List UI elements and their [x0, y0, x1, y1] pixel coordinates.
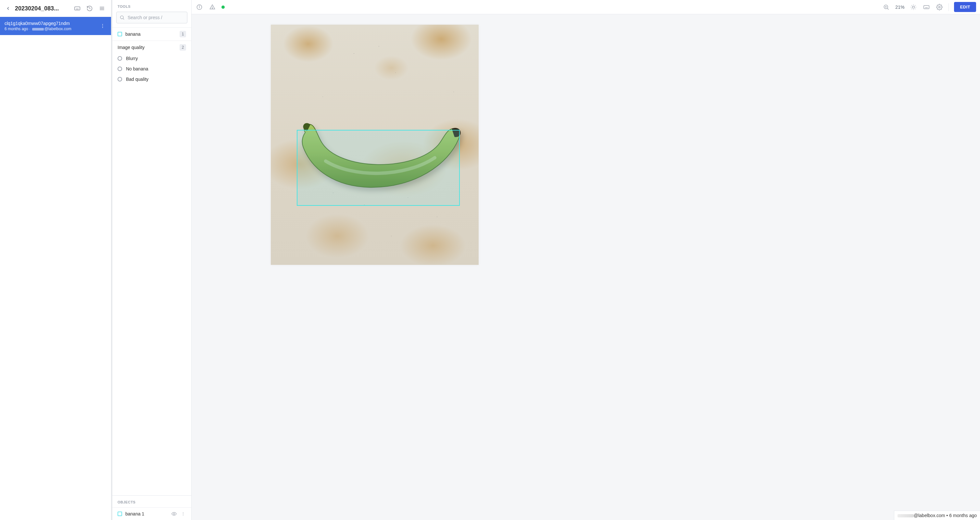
eye-icon — [172, 511, 177, 517]
option-label: No banana — [126, 66, 148, 72]
footer-time: 6 months ago — [949, 513, 977, 518]
label-meta-sep: · — [28, 27, 32, 31]
svg-point-19 — [183, 515, 183, 515]
svg-line-7 — [90, 8, 91, 9]
tools-panel: TOOLS banana 1 Image quality 2 Blurry No — [112, 0, 192, 520]
label-list-item[interactable]: clq1g1qka0mww07apgeg71ndm 6 months ago ·… — [0, 17, 111, 35]
topbar-left — [196, 3, 225, 11]
object-name: banana 1 — [125, 511, 168, 517]
canvas[interactable]: @labelbox.com • 6 months ago — [192, 14, 980, 520]
objects-header: OBJECTS — [112, 496, 191, 507]
menu-icon — [99, 5, 105, 12]
svg-line-33 — [915, 8, 915, 9]
object-actions — [171, 511, 186, 517]
info-icon — [196, 4, 203, 10]
classification-header: Image quality 2 — [118, 44, 186, 51]
svg-point-22 — [199, 6, 199, 6]
zoom-in-icon — [883, 4, 889, 10]
svg-point-29 — [912, 6, 915, 8]
svg-rect-0 — [75, 7, 80, 10]
svg-point-18 — [183, 514, 183, 514]
svg-point-44 — [939, 6, 940, 8]
object-visibility-toggle[interactable] — [171, 511, 177, 517]
option-label: Blurry — [126, 56, 138, 61]
footer-credit: @labelbox.com • 6 months ago — [894, 510, 980, 520]
tool-banana[interactable]: banana 1 — [112, 27, 191, 41]
back-button[interactable] — [5, 5, 12, 12]
topbar-divider — [948, 3, 949, 11]
radio-icon — [118, 77, 122, 81]
keyboard-shortcuts-button[interactable] — [73, 4, 82, 13]
object-menu-button[interactable] — [180, 511, 186, 517]
svg-line-32 — [912, 5, 912, 6]
chevron-left-icon — [6, 6, 11, 11]
tool-name: banana — [125, 32, 176, 37]
svg-line-36 — [912, 8, 912, 9]
left-sidebar-header: 20230204_083... — [0, 0, 111, 17]
classification-title: Image quality — [118, 45, 145, 50]
gear-icon — [936, 4, 943, 10]
tools-search-input[interactable] — [116, 12, 187, 23]
svg-point-12 — [102, 25, 103, 26]
menu-button[interactable] — [97, 4, 107, 13]
footer-user-suffix: @labelbox.com — [914, 513, 945, 518]
tools-header: TOOLS — [112, 0, 191, 12]
status-dot — [221, 6, 225, 9]
more-vertical-icon — [100, 23, 105, 29]
edit-button[interactable]: EDIT — [954, 2, 976, 12]
brightness-icon — [910, 4, 917, 10]
keyboard-icon — [923, 4, 930, 10]
history-button[interactable] — [85, 4, 94, 13]
object-banana-1[interactable]: banana 1 — [112, 507, 191, 520]
footer-user-redacted — [897, 514, 914, 517]
annotation-bbox-banana-1[interactable] — [297, 130, 460, 206]
svg-line-37 — [915, 5, 915, 6]
tools-panel-spacer — [112, 87, 191, 495]
search-icon — [119, 15, 125, 20]
label-meta: 6 months ago · @labelbox.com — [5, 27, 99, 31]
svg-point-17 — [183, 512, 183, 513]
objects-section: OBJECTS banana 1 — [112, 495, 191, 520]
canvas-area: 21% EDIT — [192, 0, 980, 520]
info-button[interactable] — [196, 3, 203, 11]
object-swatch — [118, 512, 122, 516]
label-meta-user-redacted — [32, 28, 44, 30]
topbar: 21% EDIT — [192, 0, 980, 14]
zoom-level: 21% — [895, 5, 904, 10]
tool-shortcut: 1 — [180, 31, 186, 37]
label-item-menu-button[interactable] — [99, 22, 107, 30]
classification-option-bad-quality[interactable]: Bad quality — [118, 74, 186, 84]
left-sidebar: 20230204_083... clq1g1qka0mww07apgeg71nd… — [0, 0, 112, 520]
svg-point-16 — [173, 513, 175, 514]
footer-sep: • — [945, 513, 949, 518]
classification-shortcut: 2 — [180, 44, 186, 51]
option-label: Bad quality — [126, 76, 148, 82]
svg-point-13 — [102, 27, 103, 28]
issues-button[interactable] — [208, 3, 216, 11]
label-meta-user-suffix: @labelbox.com — [45, 27, 72, 31]
asset-title: 20230204_083... — [15, 5, 70, 12]
svg-rect-38 — [924, 6, 929, 9]
topbar-right: 21% EDIT — [882, 2, 976, 12]
keyboard-button[interactable] — [923, 3, 930, 11]
svg-point-24 — [212, 8, 212, 8]
label-id: clq1g1qka0mww07apgeg71ndm — [5, 21, 99, 26]
settings-button[interactable] — [935, 3, 943, 11]
classification-option-blurry[interactable]: Blurry — [118, 53, 186, 64]
tool-swatch — [118, 32, 122, 37]
svg-line-26 — [888, 8, 889, 10]
brightness-button[interactable] — [910, 3, 917, 11]
radio-icon — [118, 56, 122, 61]
tools-search — [116, 12, 187, 23]
app-root: 20230204_083... clq1g1qka0mww07apgeg71nd… — [0, 0, 980, 520]
zoom-in-button[interactable] — [882, 3, 890, 11]
more-vertical-icon — [181, 512, 185, 516]
history-icon — [86, 5, 93, 12]
svg-point-11 — [102, 24, 103, 25]
svg-point-14 — [121, 16, 123, 19]
classification-image-quality: Image quality 2 Blurry No banana Bad qua… — [112, 41, 191, 87]
image-stage — [271, 25, 479, 265]
label-meta-time: 6 months ago — [5, 27, 28, 31]
classification-option-no-banana[interactable]: No banana — [118, 64, 186, 74]
svg-line-15 — [123, 19, 124, 19]
